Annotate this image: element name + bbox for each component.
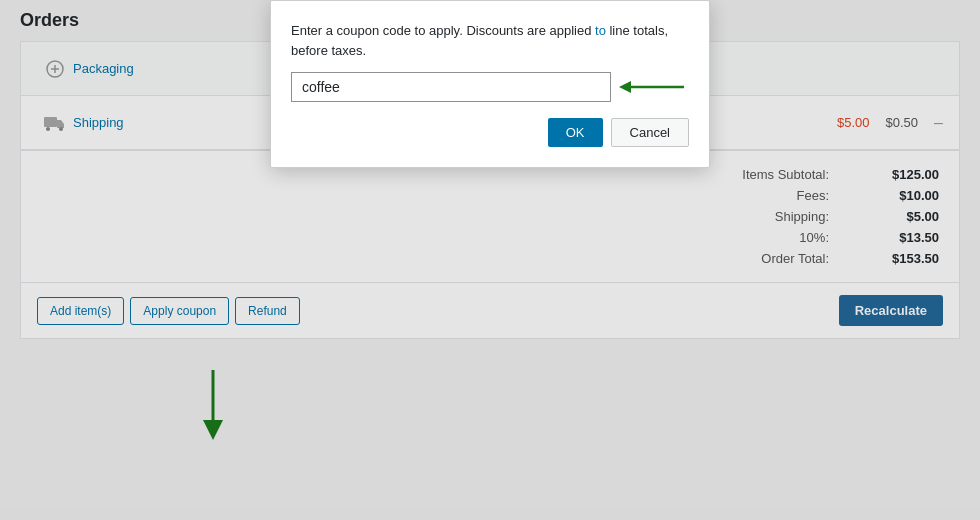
- modal-ok-button[interactable]: OK: [548, 118, 603, 147]
- modal-input-row: [291, 72, 689, 102]
- modal-description: Enter a coupon code to apply. Discounts …: [291, 21, 689, 60]
- coupon-modal: Enter a coupon code to apply. Discounts …: [270, 0, 710, 168]
- page-wrapper: Orders Packaging: [0, 0, 980, 520]
- modal-link[interactable]: to: [595, 23, 606, 38]
- svg-marker-9: [619, 81, 631, 93]
- modal-cancel-button[interactable]: Cancel: [611, 118, 689, 147]
- arrow-indicator: [619, 77, 689, 97]
- coupon-code-input[interactable]: [291, 72, 611, 102]
- modal-buttons: OK Cancel: [291, 118, 689, 147]
